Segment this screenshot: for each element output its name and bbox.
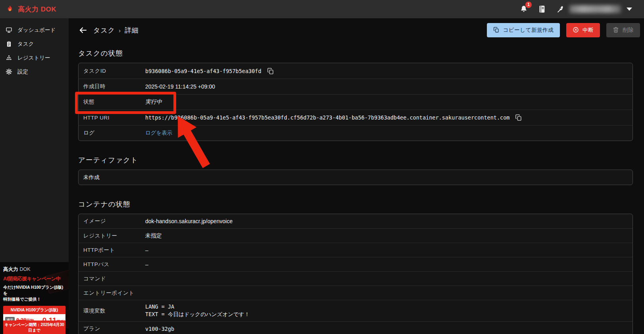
chevron-down-icon xyxy=(627,8,632,11)
table-row: 未作成 xyxy=(79,170,632,185)
container-status-table: イメージdok-handson.sakuracr.jp/openvoiceレジス… xyxy=(78,214,633,334)
row-value-cell: 未指定 xyxy=(145,232,162,239)
account-menu[interactable] xyxy=(556,5,632,13)
table-row-status-highlighted: 状態実行中 xyxy=(79,94,632,110)
campaign-banner[interactable]: 高火力DOK AI開発応援キャンペーン中 今だけNVIDIA H100プラン(β… xyxy=(0,262,69,334)
row-label: 状態 xyxy=(83,98,145,106)
delete-button[interactable]: 削除 xyxy=(606,23,640,37)
topbar: 高火力 DOK 1 xyxy=(0,0,644,18)
app-window: 高火力 DOK 1 xyxy=(0,0,644,334)
banner-subline: 今だけNVIDIA H100プラン(β版)を 特別価格でご提供！ xyxy=(3,284,65,303)
sidebar-item-label: レジストリー xyxy=(17,54,50,62)
row-label: レジストリー xyxy=(83,232,145,239)
table-row: コマンド xyxy=(79,271,632,286)
row-value: b936086b-05a9-41e5-af43-f957b5ea30fd xyxy=(145,68,261,74)
row-value-cell: ログを表示 xyxy=(145,129,172,137)
env-vars: LANG = JATEXT = 今日はドックのハンズオンです！ xyxy=(145,300,250,321)
row-value-cell: dok-handson.sakuracr.jp/openvoice xyxy=(145,218,233,224)
table-row: HTTP URIhttps://b936086b-05a9-41e5-af43-… xyxy=(79,110,632,125)
sidebar-item-monitor[interactable]: ダッシュボード xyxy=(0,23,69,37)
docs-button[interactable] xyxy=(538,5,546,14)
row-label: 作成日時 xyxy=(83,83,145,90)
registry-icon xyxy=(6,54,12,61)
row-label: イメージ xyxy=(83,218,145,225)
notification-badge: 1 xyxy=(525,2,532,8)
sidebar-nav: ダッシュボードタスクレジストリー設定 xyxy=(0,23,69,79)
sidebar-item-label: タスク xyxy=(17,41,34,48)
sidebar: ダッシュボードタスクレジストリー設定 高火力DOK AI開発応援キャンペーン中 … xyxy=(0,18,69,334)
row-value: 2025-02-19 11:14:25 +09:00 xyxy=(145,83,215,90)
sidebar-item-gear[interactable]: 設定 xyxy=(0,65,69,79)
banner-plan-title: NVIDIA H100プラン(β版) xyxy=(3,306,65,314)
row-value: https://b936086b-05a9-41e5-af43-f957b5ea… xyxy=(145,114,509,121)
row-label: ログ xyxy=(83,129,145,137)
row-value-cell: 2025-02-19 11:14:25 +09:00 xyxy=(145,83,215,90)
show-log-link[interactable]: ログを表示 xyxy=(145,129,172,137)
breadcrumb: タスク › 詳細 xyxy=(93,26,139,35)
clipboard-icon xyxy=(6,41,12,47)
breadcrumb-current: 詳細 xyxy=(125,26,139,35)
row-value: 実行中 xyxy=(145,98,162,106)
abort-button[interactable]: 中断 xyxy=(566,23,600,37)
table-row: タスクIDb936086b-05a9-41e5-af43-f957b5ea30f… xyxy=(79,63,632,79)
copy-and-create-button[interactable]: コピーして新規作成 xyxy=(487,23,560,37)
trash-icon xyxy=(613,27,619,34)
brand-logo[interactable]: 高火力 DOK xyxy=(6,5,56,14)
table-row: イメージdok-handson.sakuracr.jp/openvoice xyxy=(79,214,632,228)
copy-button[interactable] xyxy=(515,114,522,121)
row-value: v100-32gb xyxy=(145,326,174,332)
row-value-cell: 実行中 xyxy=(145,98,162,106)
back-button[interactable] xyxy=(78,25,88,35)
table-row: レジストリー未指定 xyxy=(79,228,632,243)
notifications-button[interactable]: 1 xyxy=(519,5,528,14)
artifact-table: 未作成 xyxy=(78,170,633,185)
flame-icon xyxy=(6,5,14,14)
header-actions: コピーして新規作成 中断 xyxy=(487,23,640,37)
row-label: タスクID xyxy=(83,68,145,75)
table-row: ログログを表示 xyxy=(79,125,632,141)
banner-period: キャンペーン期間：2025年4月30日まで xyxy=(3,320,65,334)
row-value-cell: – xyxy=(145,261,148,268)
row-label: 環境変数 xyxy=(83,307,145,315)
row-label: HTTP URI xyxy=(83,115,145,121)
copy-button[interactable] xyxy=(267,68,274,75)
row-value: – xyxy=(145,261,148,268)
row-value-cell: LANG = JATEXT = 今日はドックのハンズオンです！ xyxy=(145,300,250,321)
container-status-heading: コンテナの状態 xyxy=(78,199,640,209)
env-var-line: LANG = JA xyxy=(145,303,250,310)
copy-icon xyxy=(493,27,500,34)
main-content: タスク › 詳細 コピーして新規作成 xyxy=(69,18,644,334)
row-label: HTTPポート xyxy=(83,247,145,254)
artifact-heading: アーティファクト xyxy=(78,155,640,165)
banner-brand: 高火力DOK xyxy=(3,266,65,273)
table-row: 作成日時2025-02-19 11:14:25 +09:00 xyxy=(79,79,632,94)
row-label: エントリーポイント xyxy=(83,290,145,297)
row-value: dok-handson.sakuracr.jp/openvoice xyxy=(145,218,233,224)
topbar-right: 1 xyxy=(519,5,632,14)
table-row: HTTPパス– xyxy=(79,257,632,271)
row-value: 未指定 xyxy=(145,232,162,239)
table-row: 環境変数LANG = JATEXT = 今日はドックのハンズオンです！ xyxy=(79,300,632,321)
row-label: HTTPパス xyxy=(83,261,145,268)
table-row: プランv100-32gb xyxy=(79,321,632,334)
artifact-status: 未作成 xyxy=(83,174,100,181)
sidebar-item-label: 設定 xyxy=(17,68,28,75)
row-label: コマンド xyxy=(83,275,145,282)
banner-headline: AI開発応援キャンペーン中 xyxy=(3,276,65,282)
sidebar-item-clipboard[interactable]: タスク xyxy=(0,37,69,51)
brand-title: 高火力 DOK xyxy=(18,5,56,14)
row-value-cell: b936086b-05a9-41e5-af43-f957b5ea30fd xyxy=(145,68,274,75)
env-var-line: TEXT = 今日はドックのハンズオンです！ xyxy=(145,311,250,318)
pen-icon xyxy=(556,5,564,13)
row-label: プラン xyxy=(83,325,145,332)
row-value-cell: – xyxy=(145,247,148,253)
username-redacted xyxy=(569,5,621,13)
gear-icon xyxy=(6,68,12,75)
row-value-cell: v100-32gb xyxy=(145,326,174,332)
table-row: エントリーポイント xyxy=(79,286,632,300)
x-circle-icon xyxy=(573,27,579,34)
breadcrumb-separator: › xyxy=(119,27,121,34)
task-status-table: タスクIDb936086b-05a9-41e5-af43-f957b5ea30f… xyxy=(78,63,633,141)
monitor-icon xyxy=(6,27,12,33)
sidebar-item-registry[interactable]: レジストリー xyxy=(0,51,69,65)
